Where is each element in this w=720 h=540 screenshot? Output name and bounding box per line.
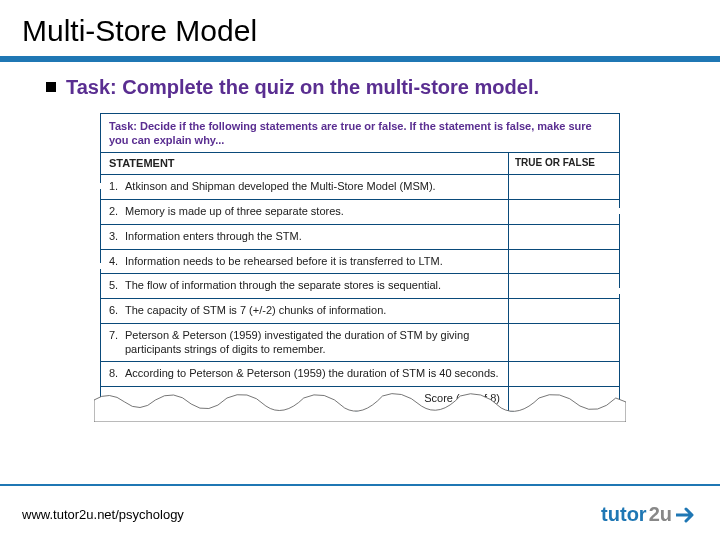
row-tf xyxy=(509,200,619,224)
quiz-image: Task: Decide if the following statements… xyxy=(100,113,620,412)
row-tf xyxy=(509,175,619,199)
row-num: 5. xyxy=(101,274,125,298)
quiz-table: Task: Decide if the following statements… xyxy=(100,113,620,412)
table-row: 2. Memory is made up of three separate s… xyxy=(101,200,619,225)
footer-url: www.tutor2u.net/psychology xyxy=(22,507,184,522)
bullet-icon xyxy=(46,82,56,92)
arrow-right-icon xyxy=(676,507,698,523)
row-num: 1. xyxy=(101,175,125,199)
content-area: Task: Complete the quiz on the multi-sto… xyxy=(0,76,720,412)
table-row: 5. The flow of information through the s… xyxy=(101,274,619,299)
task-instruction: Task: Complete the quiz on the multi-sto… xyxy=(66,76,539,99)
row-tf xyxy=(509,324,619,362)
score-label: Score (out of 8) xyxy=(101,387,509,411)
row-statement: The flow of information through the sepa… xyxy=(125,274,509,298)
page-title: Multi-Store Model xyxy=(0,0,720,56)
slide: Multi-Store Model Task: Complete the qui… xyxy=(0,0,720,540)
row-tf xyxy=(509,225,619,249)
row-statement: Peterson & Peterson (1959) investigated … xyxy=(125,324,509,362)
task-bullet-row: Task: Complete the quiz on the multi-sto… xyxy=(46,76,674,99)
table-row: 8. According to Peterson & Peterson (195… xyxy=(101,362,619,387)
row-num: 6. xyxy=(101,299,125,323)
row-statement: Memory is made up of three separate stor… xyxy=(125,200,509,224)
row-statement: Information needs to be rehearsed before… xyxy=(125,250,509,274)
logo-text-a: tutor xyxy=(601,503,647,526)
row-statement: Atkinson and Shipman developed the Multi… xyxy=(125,175,509,199)
row-tf xyxy=(509,362,619,386)
table-row: 3. Information enters through the STM. xyxy=(101,225,619,250)
table-row: 6. The capacity of STM is 7 (+/-2) chunk… xyxy=(101,299,619,324)
row-num: 2. xyxy=(101,200,125,224)
torn-nick-icon xyxy=(96,263,104,269)
torn-nick-icon xyxy=(96,183,104,189)
row-statement: The capacity of STM is 7 (+/-2) chunks o… xyxy=(125,299,509,323)
footer-divider xyxy=(0,484,720,486)
title-divider xyxy=(0,56,720,62)
table-row: 4. Information needs to be rehearsed bef… xyxy=(101,250,619,275)
row-tf xyxy=(509,299,619,323)
row-num: 7. xyxy=(101,324,125,362)
row-statement: Information enters through the STM. xyxy=(125,225,509,249)
logo-text-b: 2u xyxy=(649,503,672,526)
row-num: 3. xyxy=(101,225,125,249)
quiz-task-header: Task: Decide if the following statements… xyxy=(101,114,619,153)
score-row: Score (out of 8) xyxy=(101,387,619,411)
tutor2u-logo: tutor2u xyxy=(601,503,698,526)
footer: www.tutor2u.net/psychology tutor2u xyxy=(0,503,720,526)
row-tf xyxy=(509,274,619,298)
row-num: 4. xyxy=(101,250,125,274)
row-num: 8. xyxy=(101,362,125,386)
torn-nick-icon xyxy=(616,208,624,214)
table-row: 7. Peterson & Peterson (1959) investigat… xyxy=(101,324,619,363)
table-row: 1. Atkinson and Shipman developed the Mu… xyxy=(101,175,619,200)
row-tf xyxy=(509,250,619,274)
quiz-column-header: STATEMENT TRUE OR FALSE xyxy=(101,153,619,176)
torn-nick-icon xyxy=(616,288,624,294)
score-value xyxy=(509,387,619,411)
row-statement: According to Peterson & Peterson (1959) … xyxy=(125,362,509,386)
col-tf-header: TRUE OR FALSE xyxy=(509,153,619,175)
col-statement-header: STATEMENT xyxy=(101,153,509,175)
